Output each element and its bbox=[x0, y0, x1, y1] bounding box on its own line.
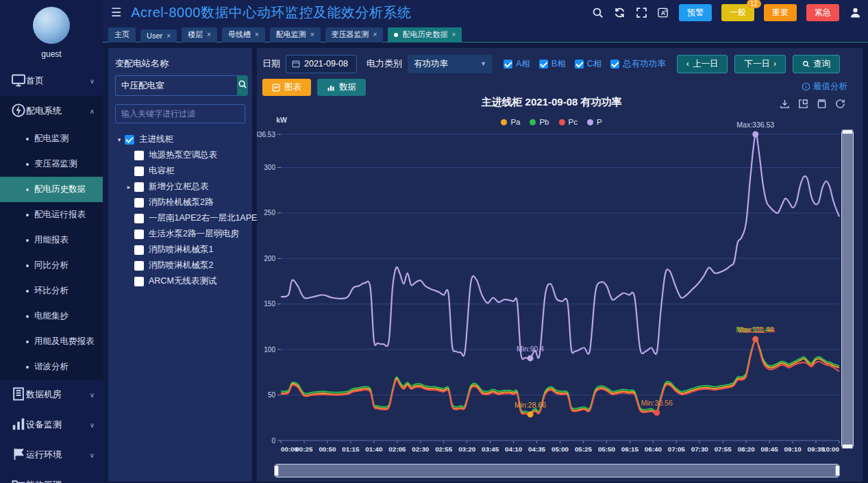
tab-User[interactable]: User× bbox=[140, 29, 177, 42]
slider-handle[interactable] bbox=[835, 465, 840, 476]
translate-icon[interactable]: AR bbox=[657, 7, 669, 19]
close-icon[interactable]: × bbox=[310, 31, 314, 38]
fullscreen-icon[interactable] bbox=[635, 7, 647, 19]
svg-text:Min:30.56: Min:30.56 bbox=[641, 399, 673, 407]
checkbox-A相[interactable]: A相 bbox=[504, 58, 530, 70]
date-value: 2021-09-08 bbox=[304, 59, 348, 69]
tab-配电监测[interactable]: 配电监测× bbox=[270, 27, 321, 42]
sidebar-item-首页[interactable]: 首页∨ bbox=[0, 66, 103, 96]
close-icon[interactable]: × bbox=[373, 31, 377, 38]
svg-text:06:40: 06:40 bbox=[645, 445, 662, 453]
alarm-chip-3[interactable]: 紧急 bbox=[806, 4, 839, 21]
tree-checkbox[interactable] bbox=[125, 135, 134, 145]
user-icon[interactable] bbox=[849, 7, 861, 19]
tree-checkbox[interactable] bbox=[134, 166, 144, 176]
tree-checkbox[interactable] bbox=[134, 214, 144, 223]
close-icon[interactable]: × bbox=[451, 31, 456, 38]
max-analysis-link[interactable]: 最值分析 bbox=[802, 81, 847, 92]
tree-node-消防喷淋机械泵1[interactable]: 消防喷淋机械泵1 bbox=[125, 242, 245, 258]
chevron-down-icon: ∨ bbox=[90, 421, 95, 429]
sidebar-item-运行环境[interactable]: 运行环境∨ bbox=[0, 440, 103, 470]
tree-checkbox[interactable] bbox=[134, 230, 144, 239]
alarm-chip-0[interactable]: 预警 bbox=[679, 4, 712, 21]
search-icon[interactable] bbox=[591, 7, 604, 19]
sidebar-subitem-label: 配电监测 bbox=[34, 133, 69, 145]
bullet-dot bbox=[26, 239, 29, 242]
tree-node-主进线柜[interactable]: ▾主进线柜 bbox=[115, 132, 245, 147]
date-picker[interactable]: 2021-09-08 bbox=[286, 55, 357, 73]
tree-checkbox[interactable] bbox=[134, 182, 144, 192]
tab-变压器监测[interactable]: 变压器监测× bbox=[325, 27, 384, 42]
sidebar-subitem-用能报表[interactable]: 用能报表 bbox=[0, 227, 103, 253]
checkbox-C相[interactable]: C相 bbox=[575, 58, 602, 70]
tab-主页[interactable]: 主页 bbox=[108, 27, 136, 42]
sidebar-subitem-同比分析[interactable]: 同比分析 bbox=[0, 253, 103, 278]
tree-node-电容柜[interactable]: 电容柜 bbox=[125, 163, 245, 179]
sidebar-subitem-谐波分析[interactable]: 谐波分析 bbox=[0, 354, 103, 380]
username: guest bbox=[0, 44, 103, 66]
tree-node-生活水泵2路一层弱电房[interactable]: 生活水泵2路一层弱电房 bbox=[125, 226, 245, 242]
refresh-icon[interactable] bbox=[613, 7, 625, 19]
sidebar-item-数据机房[interactable]: 数据机房∨ bbox=[0, 380, 103, 410]
svg-text:Max:111.44: Max:111.44 bbox=[737, 325, 773, 334]
close-icon[interactable]: × bbox=[166, 32, 171, 40]
sidebar-subitem-电能集抄[interactable]: 电能集抄 bbox=[0, 304, 103, 329]
caret-right-icon[interactable]: ▸ bbox=[125, 184, 133, 190]
slider-handle[interactable] bbox=[274, 465, 279, 476]
alarm-chip-2[interactable]: 重要 bbox=[764, 4, 797, 21]
query-toolbar: 日期 2021-09-08 电力类别 有功功率 ▼ A相B相C相总有功功率 ‹ … bbox=[257, 53, 863, 74]
sidebar-subitem-配电监测[interactable]: 配电监测 bbox=[0, 126, 103, 151]
tab-配电历史数据[interactable]: 配电历史数据× bbox=[388, 27, 462, 42]
download-icon[interactable] bbox=[780, 99, 791, 110]
tab-楼层[interactable]: 楼层× bbox=[182, 27, 217, 42]
sidebar-subitem-用能及电费报表[interactable]: 用能及电费报表 bbox=[0, 329, 103, 354]
slider-handle[interactable] bbox=[842, 129, 853, 134]
checkbox-B相[interactable]: B相 bbox=[539, 58, 566, 70]
prev-day-button[interactable]: ‹ 上一日 bbox=[677, 55, 728, 73]
tree-filter-input[interactable] bbox=[115, 104, 245, 123]
tree-node-地源热泵空调总表[interactable]: 地源热泵空调总表 bbox=[125, 147, 245, 163]
station-search-button[interactable] bbox=[237, 75, 248, 96]
tree-node-消防喷淋机械泵2[interactable]: 消防喷淋机械泵2 bbox=[125, 258, 245, 273]
power-type-select[interactable]: 有功功率 ▼ bbox=[408, 55, 493, 73]
horizontal-datazoom-slider[interactable] bbox=[275, 464, 839, 478]
sidebar-subitem-环比分析[interactable]: 环比分析 bbox=[0, 278, 103, 304]
line-chart[interactable]: kW050100150200250300336.5300:0000:2500:5… bbox=[257, 113, 846, 459]
close-icon[interactable]: × bbox=[255, 31, 259, 38]
data-view-button[interactable]: 数据 bbox=[317, 79, 366, 96]
station-input[interactable] bbox=[115, 75, 237, 96]
tree-node-一层南1APE2右一层北1APE1左[interactable]: 一层南1APE2右一层北1APE1左 bbox=[125, 210, 245, 226]
sidebar-subitem-变压器监测[interactable]: 变压器监测 bbox=[0, 151, 103, 177]
checkbox-总有功功率[interactable]: 总有功功率 bbox=[610, 58, 666, 70]
tree-checkbox[interactable] bbox=[134, 245, 144, 255]
tree-checkbox[interactable] bbox=[134, 277, 144, 286]
alarm-chip-1[interactable]: 一般12 bbox=[721, 4, 754, 21]
tree-checkbox[interactable] bbox=[134, 261, 144, 271]
vertical-datazoom-slider[interactable] bbox=[841, 131, 854, 447]
tree-checkbox[interactable] bbox=[134, 151, 144, 160]
caret-down-icon[interactable]: ▾ bbox=[115, 136, 123, 143]
alarm-chip-label: 预警 bbox=[687, 8, 704, 17]
query-button[interactable]: 查询 bbox=[793, 55, 840, 73]
tree-node-ARCM无线表测试[interactable]: ARCM无线表测试 bbox=[125, 273, 245, 289]
tree-checkbox[interactable] bbox=[134, 198, 144, 208]
tab-母线槽[interactable]: 母线槽× bbox=[222, 27, 265, 42]
sidebar-item-能效管理[interactable]: 能效管理∨ bbox=[0, 470, 103, 483]
close-icon[interactable]: × bbox=[207, 31, 211, 38]
sidebar-subitem-配电运行报表[interactable]: 配电运行报表 bbox=[0, 202, 103, 227]
chart-toolbox bbox=[780, 99, 846, 110]
sidebar-item-配电系统[interactable]: 配电系统∧ bbox=[0, 96, 103, 126]
zoom-box-icon[interactable] bbox=[798, 99, 809, 110]
slider-handle[interactable] bbox=[842, 444, 853, 449]
svg-text:10:00: 10:00 bbox=[822, 445, 840, 453]
restore-icon[interactable] bbox=[817, 99, 828, 110]
tree-node-消防栓机械泵2路[interactable]: 消防栓机械泵2路 bbox=[125, 195, 245, 210]
next-day-button[interactable]: 下一日 › bbox=[734, 55, 786, 73]
chart-refresh-icon[interactable] bbox=[835, 99, 846, 110]
sidebar-subitem-配电历史数据[interactable]: 配电历史数据 bbox=[0, 177, 103, 202]
user-avatar[interactable] bbox=[33, 7, 70, 44]
tree-node-新增分立柜总表[interactable]: ▸新增分立柜总表 bbox=[125, 179, 245, 195]
chart-view-button[interactable]: 图表 bbox=[262, 79, 311, 96]
menu-toggle-icon[interactable]: ☰ bbox=[111, 5, 121, 20]
sidebar-item-设备监测[interactable]: 设备监测∨ bbox=[0, 410, 103, 440]
